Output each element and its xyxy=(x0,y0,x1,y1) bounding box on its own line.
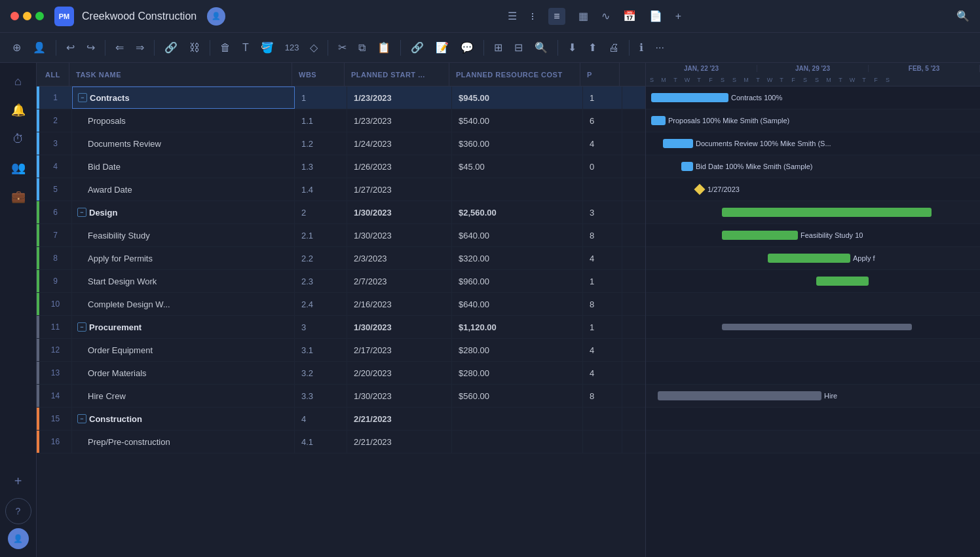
gantt-row: Feasibility Study 10 xyxy=(646,224,980,247)
table-row[interactable]: 4Bid Date1.31/26/2023$45.000 xyxy=(37,155,645,178)
task-name[interactable]: Order Materials xyxy=(72,362,295,384)
sidebar-item-help[interactable]: ? xyxy=(5,498,31,524)
user-avatar-sidebar[interactable]: 👤 xyxy=(8,528,29,549)
table-row[interactable]: 3Documents Review1.21/24/2023$360.004 xyxy=(37,132,645,155)
task-name[interactable]: Order Equipment xyxy=(72,339,295,361)
outdent-button[interactable]: ⇐ xyxy=(111,38,128,57)
gantt-bar[interactable] xyxy=(681,162,693,171)
task-link-button[interactable]: 🔗 xyxy=(406,38,428,57)
table-row[interactable]: 6−Design21/30/2023$2,560.003 xyxy=(37,201,645,224)
table-row[interactable]: 8Apply for Permits2.22/3/2023$320.004 xyxy=(37,247,645,270)
doc-view-icon[interactable]: 📄 xyxy=(649,10,662,22)
gantt-view-icon[interactable]: ≡ xyxy=(548,8,565,25)
task-name[interactable]: Start Design Work xyxy=(72,270,295,292)
start-date: 1/26/2023 xyxy=(347,155,452,178)
gantt-bar[interactable] xyxy=(722,208,932,217)
gantt-bar[interactable] xyxy=(768,254,850,263)
task-name[interactable]: Award Date xyxy=(72,178,295,201)
link-button[interactable]: 🔗 xyxy=(160,38,182,57)
gantt-bar[interactable] xyxy=(722,324,912,330)
gantt-bar[interactable] xyxy=(663,139,693,148)
upload-button[interactable]: ⬆ xyxy=(584,38,601,57)
unlink-button[interactable]: ⛓ xyxy=(185,39,204,57)
task-name[interactable]: Apply for Permits xyxy=(72,247,295,269)
sidebar-item-portfolio[interactable]: 💼 xyxy=(5,183,31,210)
table-row[interactable]: 13Order Materials3.22/20/2023$280.004 xyxy=(37,362,645,385)
collapse-button[interactable]: − xyxy=(77,322,86,332)
table-row[interactable]: 1−Contracts11/23/2023$945.001 xyxy=(37,86,645,109)
info-button[interactable]: ℹ xyxy=(635,38,648,57)
collapse-button[interactable]: − xyxy=(77,208,86,217)
task-name[interactable]: Documents Review xyxy=(72,132,295,155)
table-view-icon[interactable]: ▦ xyxy=(578,10,588,22)
task-name[interactable]: Complete Design W... xyxy=(72,293,295,315)
sidebar-item-home[interactable]: ⌂ xyxy=(5,68,31,94)
zoom-button[interactable]: 🔍 xyxy=(530,38,552,57)
table-row[interactable]: 14Hire Crew3.31/30/2023$560.008 xyxy=(37,385,645,408)
maximize-button[interactable] xyxy=(35,12,44,20)
paste-button[interactable]: 📋 xyxy=(373,38,395,57)
gantt-bar[interactable] xyxy=(816,277,869,286)
user-avatar[interactable]: 👤 xyxy=(207,7,225,26)
table-row[interactable]: 16Prep/Pre-construction4.12/21/2023 xyxy=(37,431,645,453)
day-f3: F xyxy=(870,77,882,83)
minimize-button[interactable] xyxy=(23,12,31,20)
task-name[interactable]: −Procurement xyxy=(72,316,295,338)
notes-button[interactable]: 📝 xyxy=(431,38,453,57)
day-m1: M xyxy=(658,77,669,83)
task-name[interactable]: −Design xyxy=(72,201,295,223)
font-button[interactable]: T xyxy=(238,39,254,57)
task-name[interactable]: −Contracts xyxy=(72,86,295,109)
table-row[interactable]: 5Award Date1.41/27/2023 xyxy=(37,178,645,201)
table-row[interactable]: 2Proposals1.11/23/2023$540.006 xyxy=(37,109,645,132)
paint-button[interactable]: 🪣 xyxy=(256,38,278,57)
table-row[interactable]: 10Complete Design W...2.42/16/2023$640.0… xyxy=(37,293,645,316)
table-row[interactable]: 15−Construction42/21/2023 xyxy=(37,408,645,431)
list-view-icon[interactable]: ☰ xyxy=(508,10,517,22)
add-view-icon[interactable]: + xyxy=(675,10,681,22)
task-name[interactable]: Hire Crew xyxy=(72,385,295,407)
sidebar-item-time[interactable]: ⏱ xyxy=(5,126,31,152)
search-icon[interactable]: 🔍 xyxy=(956,10,970,22)
undo-button[interactable]: ↩ xyxy=(62,38,79,57)
table-row[interactable]: 12Order Equipment3.12/17/2023$280.004 xyxy=(37,339,645,362)
copy-button[interactable]: ⧉ xyxy=(354,39,370,57)
more-button[interactable]: ··· xyxy=(650,39,668,57)
calendar-view-icon[interactable]: 📅 xyxy=(623,10,636,22)
collapse-button[interactable]: − xyxy=(78,93,87,102)
task-name[interactable]: Feasibility Study xyxy=(72,224,295,246)
comments-button[interactable]: 💬 xyxy=(456,38,478,57)
gantt-bar[interactable] xyxy=(658,391,821,400)
sidebar-item-team[interactable]: 👥 xyxy=(5,155,31,181)
task-name[interactable]: −Construction xyxy=(72,408,295,430)
task-name[interactable]: Prep/Pre-construction xyxy=(72,431,295,453)
download-button[interactable]: ⬇ xyxy=(563,38,581,57)
delete-button[interactable]: 🗑 xyxy=(216,39,235,57)
table-row[interactable]: 9Start Design Work2.32/7/2023$960.001 xyxy=(37,270,645,293)
gantt-bar[interactable] xyxy=(651,116,666,125)
sidebar-item-notifications[interactable]: 🔔 xyxy=(5,97,31,123)
cut-button[interactable]: ✂ xyxy=(333,38,351,57)
redo-button[interactable]: ↪ xyxy=(82,38,100,57)
diamond-button[interactable]: ◇ xyxy=(305,38,322,57)
close-button[interactable] xyxy=(10,12,19,20)
pulse-view-icon[interactable]: ∿ xyxy=(601,10,610,22)
collapse-button[interactable]: − xyxy=(77,414,86,423)
gantt-bar[interactable] xyxy=(722,231,798,240)
gantt-bar[interactable] xyxy=(651,93,728,102)
p-value: 0 xyxy=(583,155,622,178)
add-task-button[interactable]: ⊕ xyxy=(8,38,26,57)
row-number: 2 xyxy=(39,109,72,132)
sidebar-item-add[interactable]: + xyxy=(5,468,31,494)
task-name[interactable]: Proposals xyxy=(72,109,295,132)
columns-button[interactable]: ⊞ xyxy=(489,38,507,57)
indent-button[interactable]: ⇒ xyxy=(131,38,149,57)
row-number: 13 xyxy=(39,362,72,384)
chart-view-icon[interactable]: ⫶ xyxy=(530,10,535,22)
grid-button[interactable]: ⊟ xyxy=(510,38,527,57)
task-name[interactable]: Bid Date xyxy=(72,155,295,178)
add-user-button[interactable]: 👤 xyxy=(28,38,50,57)
table-row[interactable]: 11−Procurement31/30/2023$1,120.001 xyxy=(37,316,645,339)
table-row[interactable]: 7Feasibility Study2.11/30/2023$640.008 xyxy=(37,224,645,247)
print-button[interactable]: 🖨 xyxy=(604,39,624,57)
